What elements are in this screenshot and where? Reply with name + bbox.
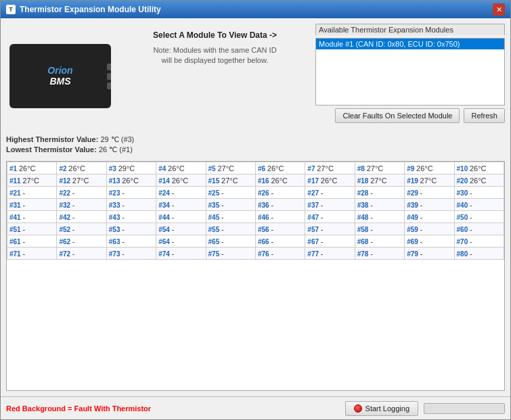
cell-number: #74 bbox=[158, 250, 171, 258]
cell-value: 26°C bbox=[321, 177, 338, 185]
right-section: Available Thermistor Expansion Modules M… bbox=[315, 24, 505, 129]
table-cell: #19 27°C bbox=[405, 174, 454, 187]
table-cell: #61 - bbox=[7, 235, 57, 248]
cell-value: - bbox=[122, 225, 125, 233]
cell-number: #59 bbox=[407, 226, 420, 233]
cell-number: #66 bbox=[258, 238, 271, 246]
table-cell: #4 26°C bbox=[156, 162, 206, 174]
table-cell: #12 27°C bbox=[57, 174, 106, 187]
cell-number: #16 bbox=[258, 177, 271, 185]
cell-number: #4 bbox=[158, 165, 168, 172]
table-cell: #64 - bbox=[156, 235, 206, 248]
table-cell: #10 26°C bbox=[454, 162, 504, 174]
cell-number: #25 bbox=[208, 189, 221, 197]
lowest-stat: Lowest Thermistor Value: 26 ℃ (#1) bbox=[6, 145, 505, 154]
cell-value: - bbox=[271, 237, 273, 246]
cell-number: #26 bbox=[258, 189, 271, 197]
cell-value: - bbox=[172, 213, 175, 221]
available-label: Available Thermistor Expansion Modules bbox=[315, 24, 505, 35]
table-cell: #31 - bbox=[7, 199, 57, 211]
module-list-item[interactable]: Module #1 (CAN ID: 0x80, ECU ID: 0x750) bbox=[316, 39, 504, 49]
table-cell: #48 - bbox=[355, 211, 404, 223]
cell-number: #31 bbox=[9, 202, 22, 209]
cell-number: #65 bbox=[208, 238, 221, 246]
cell-number: #38 bbox=[357, 202, 370, 209]
cell-value: - bbox=[122, 201, 125, 209]
refresh-button[interactable]: Refresh bbox=[464, 108, 505, 123]
cell-value: 26°C bbox=[172, 177, 189, 185]
cell-number: #7 bbox=[307, 165, 317, 172]
table-cell: #57 - bbox=[305, 223, 355, 235]
cell-value: - bbox=[271, 225, 273, 233]
highest-label: Highest Thermistor Value: bbox=[6, 135, 98, 143]
cell-value: - bbox=[271, 201, 273, 209]
cell-value: - bbox=[370, 213, 373, 221]
cell-value: 27°C bbox=[367, 164, 384, 172]
note-text: Note: Modules with the same CAN IDwill b… bbox=[153, 45, 276, 66]
cell-number: #57 bbox=[307, 226, 320, 233]
table-cell: #21 - bbox=[7, 187, 57, 199]
table-cell: #45 - bbox=[206, 211, 255, 223]
table-cell: #18 27°C bbox=[355, 174, 404, 187]
cell-number: #63 bbox=[109, 238, 122, 246]
cell-number: #58 bbox=[357, 226, 370, 233]
clear-faults-button[interactable]: Clear Faults On Selected Module bbox=[335, 108, 460, 123]
action-buttons: Clear Faults On Selected Module Refresh bbox=[315, 108, 505, 123]
table-cell: #52 - bbox=[57, 223, 106, 235]
cell-value: 26°C bbox=[267, 164, 284, 172]
cell-value: - bbox=[470, 237, 472, 246]
cell-value: - bbox=[172, 189, 175, 197]
cell-number: #42 bbox=[59, 214, 72, 221]
cell-value: - bbox=[370, 237, 373, 246]
cell-value: - bbox=[370, 225, 373, 233]
cell-value: - bbox=[420, 237, 423, 246]
cell-value: - bbox=[72, 213, 75, 221]
table-cell: #22 - bbox=[57, 187, 106, 199]
start-logging-button[interactable]: Start Logging bbox=[345, 401, 418, 416]
cell-value: - bbox=[221, 250, 224, 258]
table-cell: #72 - bbox=[57, 248, 106, 260]
cell-number: #3 bbox=[109, 165, 118, 172]
table-cell: #76 - bbox=[255, 248, 305, 260]
table-cell: #30 - bbox=[454, 187, 504, 199]
table-cell: #59 - bbox=[405, 223, 454, 235]
main-window: T Thermistor Expansion Module Utility ✕ … bbox=[0, 0, 511, 420]
table-cell: #33 - bbox=[106, 199, 156, 211]
window-title: Thermistor Expansion Module Utility bbox=[20, 5, 161, 14]
close-button[interactable]: ✕ bbox=[493, 3, 505, 16]
cell-value: - bbox=[470, 250, 472, 258]
cell-value: - bbox=[370, 250, 373, 258]
device-image-area: OrionBMS bbox=[6, 24, 114, 129]
cell-value: - bbox=[370, 201, 373, 209]
select-label: Select A Module To View Data -> bbox=[153, 30, 277, 40]
cell-value: - bbox=[72, 225, 75, 233]
cell-number: #34 bbox=[158, 202, 171, 209]
cell-number: #61 bbox=[9, 238, 22, 246]
table-cell: #32 - bbox=[57, 199, 106, 211]
table-cell: #43 - bbox=[106, 211, 156, 223]
table-cell: #1 26°C bbox=[7, 162, 57, 174]
cell-value: - bbox=[470, 225, 472, 233]
table-cell: #39 - bbox=[405, 199, 454, 211]
cell-number: #17 bbox=[307, 177, 320, 185]
table-cell: #20 26°C bbox=[454, 174, 504, 187]
cell-value: - bbox=[321, 225, 324, 233]
cell-value: - bbox=[321, 201, 324, 209]
cell-value: 26°C bbox=[68, 164, 85, 172]
cell-number: #56 bbox=[258, 226, 271, 233]
device-connectors bbox=[107, 64, 111, 89]
cell-number: #51 bbox=[9, 226, 22, 233]
table-cell: #53 - bbox=[106, 223, 156, 235]
select-section: Select A Module To View Data -> Note: Mo… bbox=[121, 24, 309, 129]
module-list[interactable]: Module #1 (CAN ID: 0x80, ECU ID: 0x750) bbox=[315, 38, 505, 106]
fault-label: Red Background = Fault With Thermistor bbox=[6, 404, 151, 413]
cell-value: - bbox=[321, 250, 324, 258]
cell-value: 26°C bbox=[416, 164, 433, 172]
cell-value: - bbox=[420, 201, 423, 209]
cell-value: - bbox=[221, 201, 224, 209]
table-cell: #47 - bbox=[305, 211, 355, 223]
top-section: OrionBMS Select A Module To View Data ->… bbox=[6, 24, 505, 129]
cell-number: #22 bbox=[59, 189, 72, 197]
table-row: #61 -#62 -#63 -#64 -#65 -#66 -#67 -#68 -… bbox=[7, 235, 504, 248]
table-cell: #35 - bbox=[206, 199, 255, 211]
